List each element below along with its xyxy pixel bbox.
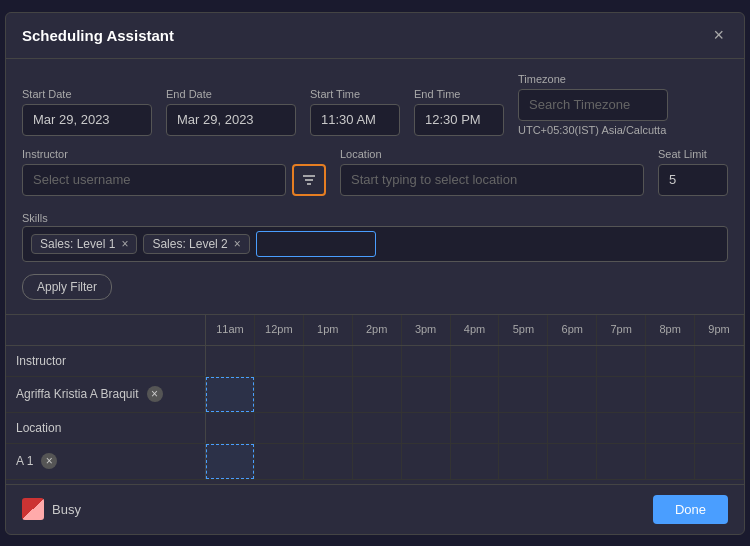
close-button[interactable]: × — [709, 25, 728, 46]
instructor-label: Instructor — [22, 148, 326, 160]
skill-tag-2: Sales: Level 2 × — [143, 234, 249, 254]
legend-busy-box — [22, 498, 44, 520]
inst-sec-cell-2 — [304, 346, 353, 376]
loc-sec-cell-9 — [646, 413, 695, 443]
dialog-footer: Busy Done — [6, 484, 744, 534]
inst-sec-cell-4 — [402, 346, 451, 376]
apply-filter-button[interactable]: Apply Filter — [22, 274, 112, 300]
done-button[interactable]: Done — [653, 495, 728, 524]
end-date-input[interactable] — [166, 104, 296, 136]
start-time-input[interactable] — [310, 104, 400, 136]
skills-row: Skills Sales: Level 1 × Sales: Level 2 × — [22, 208, 728, 262]
loc-sec-cell-0 — [206, 413, 255, 443]
hour-11am: 11am — [206, 315, 255, 345]
legend-busy-label: Busy — [52, 502, 81, 517]
skill-tag-2-text: Sales: Level 2 — [152, 237, 227, 251]
scheduling-assistant-dialog: Scheduling Assistant × Start Date End Da… — [5, 12, 745, 535]
location-block-9 — [646, 444, 695, 479]
end-date-label: End Date — [166, 88, 296, 100]
location-name-label: A 1 — [6, 444, 206, 479]
inst-sec-cell-10 — [695, 346, 744, 376]
timezone-input[interactable] — [518, 89, 668, 121]
location-highlight — [206, 444, 254, 479]
instructor-block-9 — [646, 377, 695, 412]
timeline-hours: 11am 12pm 1pm 2pm 3pm 4pm 5pm 6pm 7pm 8p… — [206, 315, 744, 345]
instructor-name-label: Agriffa Kristia A Braquit — [6, 377, 206, 412]
timeline-grid: 11am 12pm 1pm 2pm 3pm 4pm 5pm 6pm 7pm 8p… — [6, 315, 744, 480]
instructor-section-row: Instructor — [6, 346, 744, 377]
timeline-header: 11am 12pm 1pm 2pm 3pm 4pm 5pm 6pm 7pm 8p… — [6, 315, 744, 346]
location-block-7 — [548, 444, 597, 479]
seat-input[interactable] — [658, 164, 728, 196]
instructor-block-0 — [206, 377, 255, 412]
location-timeline-cells — [206, 444, 744, 479]
location-block-4 — [402, 444, 451, 479]
loc-sec-cell-3 — [353, 413, 402, 443]
location-block-8 — [597, 444, 646, 479]
instructor-section-cells — [206, 346, 744, 376]
hour-12pm: 12pm — [255, 315, 304, 345]
loc-sec-cell-8 — [597, 413, 646, 443]
skills-box: Sales: Level 1 × Sales: Level 2 × — [22, 226, 728, 262]
loc-sec-cell-10 — [695, 413, 744, 443]
instructor-block-2 — [304, 377, 353, 412]
hour-3pm: 3pm — [402, 315, 451, 345]
skill-tag-1-text: Sales: Level 1 — [40, 237, 115, 251]
hour-8pm: 8pm — [646, 315, 695, 345]
inst-sec-cell-1 — [255, 346, 304, 376]
inst-sec-cell-9 — [646, 346, 695, 376]
instructor-name-text: Agriffa Kristia A Braquit — [16, 387, 139, 401]
skills-search-input[interactable] — [256, 231, 376, 257]
end-time-label: End Time — [414, 88, 504, 100]
loc-sec-cell-1 — [255, 413, 304, 443]
instructor-location-row: Instructor Location Seat — [22, 148, 728, 196]
instructor-block-8 — [597, 377, 646, 412]
start-date-group: Start Date — [22, 88, 152, 136]
location-block-5 — [451, 444, 500, 479]
inst-sec-cell-8 — [597, 346, 646, 376]
instructor-timeline-cells — [206, 377, 744, 412]
instructor-section-label: Instructor — [6, 346, 206, 376]
timeline-label-col-header — [6, 315, 206, 345]
dialog-body: Start Date End Date Start Time End Time … — [6, 59, 744, 314]
instructor-input[interactable] — [22, 164, 286, 196]
location-name-text: A 1 — [16, 454, 33, 468]
location-group: Location — [340, 148, 644, 196]
skill-tag-1-remove[interactable]: × — [121, 237, 128, 251]
instructor-block-7 — [548, 377, 597, 412]
instructor-block-5 — [451, 377, 500, 412]
location-remove-button[interactable] — [41, 453, 57, 469]
location-input[interactable] — [340, 164, 644, 196]
hour-5pm: 5pm — [499, 315, 548, 345]
filter-icon-button[interactable] — [292, 164, 326, 196]
skill-tag-2-remove[interactable]: × — [234, 237, 241, 251]
location-section-label: Location — [6, 413, 206, 443]
location-block-2 — [304, 444, 353, 479]
location-section-row: Location — [6, 413, 744, 444]
filter-icon — [301, 172, 317, 188]
instructor-remove-button[interactable] — [147, 386, 163, 402]
hour-4pm: 4pm — [451, 315, 500, 345]
hour-2pm: 2pm — [353, 315, 402, 345]
instructor-block-10 — [695, 377, 744, 412]
location-label: Location — [340, 148, 644, 160]
hour-7pm: 7pm — [597, 315, 646, 345]
start-time-group: Start Time — [310, 88, 400, 136]
inst-sec-cell-6 — [499, 346, 548, 376]
dialog-header: Scheduling Assistant × — [6, 13, 744, 59]
timeline-section: 11am 12pm 1pm 2pm 3pm 4pm 5pm 6pm 7pm 8p… — [6, 314, 744, 480]
start-date-input[interactable] — [22, 104, 152, 136]
skills-label: Skills — [22, 212, 48, 224]
location-block-0 — [206, 444, 255, 479]
hour-1pm: 1pm — [304, 315, 353, 345]
hour-6pm: 6pm — [548, 315, 597, 345]
dialog-title: Scheduling Assistant — [22, 27, 174, 44]
timezone-group: Timezone UTC+05:30(IST) Asia/Calcutta — [518, 73, 668, 136]
instructor-group: Instructor — [22, 148, 326, 196]
date-time-row: Start Date End Date Start Time End Time … — [22, 73, 728, 136]
location-section-cells — [206, 413, 744, 443]
timezone-sub: UTC+05:30(IST) Asia/Calcutta — [518, 124, 668, 136]
instructor-block-4 — [402, 377, 451, 412]
seat-label: Seat Limit — [658, 148, 728, 160]
end-time-input[interactable] — [414, 104, 504, 136]
